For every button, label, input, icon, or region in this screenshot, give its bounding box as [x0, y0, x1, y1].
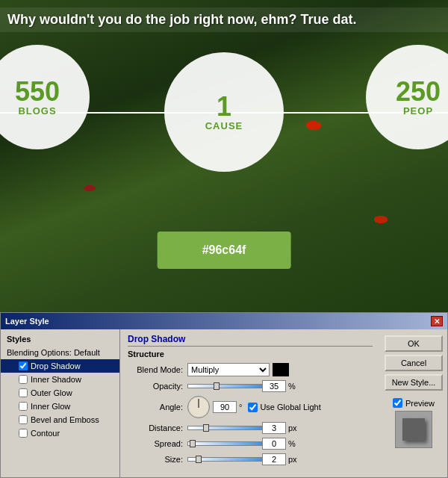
spread-input[interactable] [262, 438, 286, 450]
size-label: Size: [128, 455, 187, 464]
spread-slider[interactable] [187, 441, 262, 446]
preview-box [395, 411, 432, 448]
outer-glow-checkbox[interactable] [19, 388, 28, 397]
contour-checkbox[interactable] [19, 429, 28, 438]
outer-glow-label: Outer Glow [31, 388, 72, 397]
preview-inner-box [402, 418, 425, 441]
angle-indicator [199, 399, 199, 408]
background-area: Why wouldn't you do the job right now, e… [0, 0, 448, 314]
distance-slider[interactable] [187, 426, 262, 430]
bevel-emboss-label: Bevel and Emboss [31, 415, 99, 424]
inner-glow-label: Inner Glow [31, 402, 70, 411]
size-unit: px [288, 455, 297, 464]
style-bevel-emboss[interactable]: Bevel and Emboss [1, 413, 119, 426]
size-slider[interactable] [187, 457, 262, 462]
buttons-panel: OK Cancel New Style... Preview [380, 329, 447, 477]
inner-glow-checkbox[interactable] [19, 402, 28, 411]
angle-wheel[interactable] [187, 396, 210, 418]
dialog-body: Styles Blending Options: Default Drop Sh… [1, 329, 447, 477]
styles-panel: Styles Blending Options: Default Drop Sh… [1, 329, 120, 477]
subsection-title: Structure [128, 350, 373, 358]
drop-shadow-label: Drop Shadow [31, 361, 81, 370]
preview-section: Preview [385, 398, 443, 448]
cancel-button[interactable]: Cancel [385, 355, 443, 371]
new-style-button[interactable]: New Style... [385, 374, 443, 391]
spread-row: Spread: % [128, 438, 373, 450]
style-inner-glow[interactable]: Inner Glow [1, 400, 119, 413]
circle-people-number: 250 [396, 78, 441, 105]
size-input[interactable] [262, 453, 286, 465]
circle-people-label: PEOP [403, 105, 433, 117]
preview-checkbox[interactable] [393, 398, 402, 408]
opacity-label: Opacity: [128, 382, 187, 391]
preview-label: Preview [405, 399, 435, 408]
blend-mode-select[interactable]: Multiply Normal Screen Overlay [187, 363, 270, 376]
close-button[interactable]: ✕ [431, 316, 443, 326]
circle-cause-label: CAUSE [205, 120, 243, 131]
angle-unit: ° [239, 403, 242, 412]
distance-input[interactable] [262, 422, 286, 434]
preview-label-row: Preview [393, 398, 435, 408]
dialog-titlebar: Layer Style ✕ [1, 313, 447, 329]
drop-shadow-checkbox[interactable] [19, 361, 28, 370]
style-contour[interactable]: Contour [1, 426, 119, 440]
blend-color-swatch[interactable] [273, 363, 289, 376]
dialog-title: Layer Style [5, 317, 49, 326]
angle-label: Angle: [128, 403, 187, 412]
ok-button[interactable]: OK [385, 335, 443, 352]
style-drop-shadow[interactable]: Drop Shadow [1, 359, 119, 373]
inner-shadow-checkbox[interactable] [19, 375, 28, 384]
contour-label: Contour [31, 429, 60, 438]
style-inner-shadow[interactable]: Inner Shadow [1, 373, 119, 386]
opacity-unit: % [288, 382, 296, 391]
opacity-slider[interactable] [187, 384, 262, 388]
size-row: Size: px [128, 453, 373, 465]
use-global-light-label[interactable]: Use Global Light [248, 403, 320, 412]
angle-row: Angle: ° Use Global Light [128, 396, 373, 418]
layer-style-dialog: Layer Style ✕ Styles Blending Options: D… [0, 312, 448, 478]
use-global-light-checkbox[interactable] [248, 403, 258, 412]
circle-blogs-number: 550 [15, 78, 60, 105]
style-outer-glow[interactable]: Outer Glow [1, 386, 119, 400]
color-hex-button[interactable]: #96c64f [158, 232, 291, 269]
bevel-emboss-checkbox[interactable] [19, 415, 28, 424]
blend-mode-label: Blend Mode: [128, 365, 187, 374]
spread-unit: % [288, 439, 296, 448]
blending-options-item[interactable]: Blending Options: Default [1, 346, 119, 359]
circle-cause: 1 CAUSE [164, 52, 284, 172]
distance-unit: px [288, 423, 297, 432]
top-banner-text: Why wouldn't you do the job right now, e… [0, 7, 448, 32]
circle-blogs-label: BLOGS [18, 105, 56, 117]
angle-input[interactable] [213, 401, 237, 413]
spread-label: Spread: [128, 439, 187, 448]
circle-cause-number: 1 [217, 93, 231, 120]
styles-header[interactable]: Styles [1, 332, 119, 346]
opacity-row: Opacity: % [128, 380, 373, 392]
blend-mode-row: Blend Mode: Multiply Normal Screen Overl… [128, 363, 373, 376]
inner-shadow-label: Inner Shadow [31, 375, 81, 384]
distance-label: Distance: [128, 423, 187, 432]
section-title: Drop Shadow [128, 334, 373, 347]
opacity-input[interactable] [262, 380, 286, 392]
settings-panel: Drop Shadow Structure Blend Mode: Multip… [120, 329, 380, 477]
distance-row: Distance: px [128, 422, 373, 434]
